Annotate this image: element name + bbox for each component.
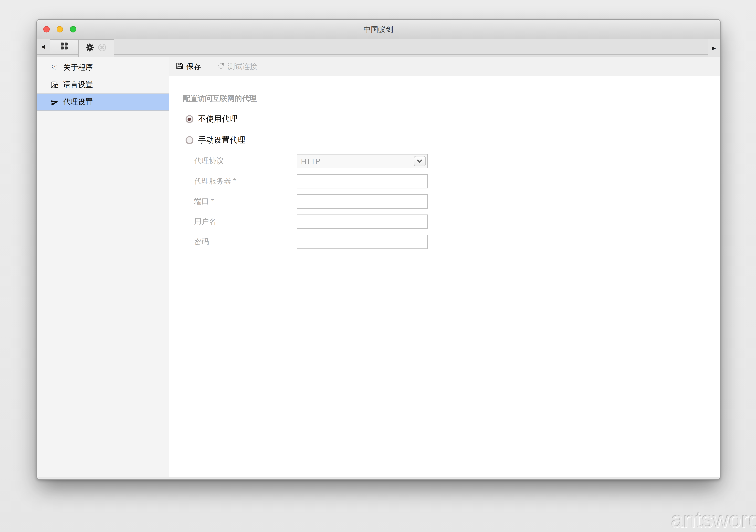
manual-proxy-radio[interactable]: 手动设置代理: [185, 135, 720, 146]
sidebar-item-language[interactable]: 文 A 语言设置: [37, 76, 169, 93]
proxy-server-row: 代理服务器 *: [194, 174, 720, 188]
username-input[interactable]: [297, 215, 427, 229]
spinner-icon: [217, 62, 225, 71]
username-label: 用户名: [194, 217, 297, 226]
tab-scroll-right-button[interactable]: ▶: [708, 40, 720, 57]
left-arrow-icon: ◀: [41, 44, 45, 49]
zoom-window-button[interactable]: [70, 26, 76, 33]
paper-plane-icon: [50, 98, 59, 106]
window-bottom-edge: [37, 477, 720, 479]
language-icon: 文 A: [50, 81, 59, 89]
sidebar-item-label: 关于程序: [63, 63, 93, 72]
app-window: 中国蚁剑 ◀: [36, 19, 720, 480]
right-arrow-icon: ▶: [712, 45, 716, 50]
port-label: 端口 *: [194, 197, 297, 206]
password-row: 密码: [194, 235, 720, 249]
heart-icon: ♡: [50, 64, 59, 71]
proxy-server-input[interactable]: [297, 174, 427, 188]
sidebar: ♡ 关于程序 文 A 语言设置: [37, 57, 169, 477]
watermark: antsword: [671, 507, 756, 532]
save-button[interactable]: 保存: [176, 62, 201, 71]
tab-scroll-left-button[interactable]: ◀: [37, 40, 49, 54]
sidebar-item-proxy[interactable]: 代理设置: [37, 93, 169, 111]
sidebar-item-label: 语言设置: [63, 80, 93, 90]
window-title: 中国蚁剑: [37, 20, 720, 39]
desktop-background: 中国蚁剑 ◀: [0, 0, 756, 532]
proxy-protocol-row: 代理协议 HTTP: [194, 154, 720, 168]
main-panel: 保存: [169, 57, 720, 477]
minimize-window-button[interactable]: [56, 26, 63, 33]
proxy-server-label: 代理服务器 *: [194, 177, 297, 186]
svg-text:A: A: [55, 84, 58, 88]
toolbar-divider: [208, 60, 209, 73]
chevron-down-icon[interactable]: [414, 156, 425, 166]
gear-icon: [86, 43, 94, 54]
proxy-protocol-value: HTTP: [297, 157, 320, 165]
sidebar-item-about[interactable]: ♡ 关于程序: [37, 59, 169, 76]
section-title: 配置访问互联网的代理: [183, 94, 720, 103]
no-proxy-radio[interactable]: 不使用代理: [185, 114, 720, 124]
username-row: 用户名: [194, 215, 720, 229]
radio-label: 手动设置代理: [198, 135, 245, 146]
tab-settings[interactable]: [78, 40, 114, 57]
tab-home[interactable]: [49, 40, 79, 54]
save-button-label: 保存: [186, 62, 201, 71]
close-window-button[interactable]: [43, 26, 49, 33]
grid-icon: [60, 42, 68, 51]
proxy-protocol-label: 代理协议: [194, 156, 297, 166]
toolbar: 保存: [169, 57, 720, 76]
titlebar: 中国蚁剑: [37, 20, 720, 40]
sidebar-item-label: 代理设置: [63, 97, 93, 107]
tab-strip-divider: [37, 54, 720, 55]
close-icon[interactable]: [98, 43, 106, 54]
radio-label: 不使用代理: [198, 114, 237, 124]
test-connection-label: 测试连接: [228, 62, 257, 71]
port-row: 端口 *: [194, 194, 720, 209]
port-input[interactable]: [297, 194, 427, 209]
proxy-settings-form: 配置访问互联网的代理 不使用代理 手动设置代理 代理协议 HTTP: [169, 76, 720, 249]
proxy-protocol-select[interactable]: HTTP: [297, 154, 427, 168]
password-label: 密码: [194, 237, 297, 247]
password-input[interactable]: [297, 235, 427, 249]
window-controls: [37, 26, 76, 33]
radio-button[interactable]: [185, 115, 193, 123]
test-connection-button[interactable]: 测试连接: [217, 62, 257, 71]
radio-button[interactable]: [185, 136, 193, 144]
window-content: ♡ 关于程序 文 A 语言设置: [37, 57, 720, 477]
tab-bar: ◀: [37, 40, 720, 57]
floppy-disk-icon: [176, 62, 183, 71]
